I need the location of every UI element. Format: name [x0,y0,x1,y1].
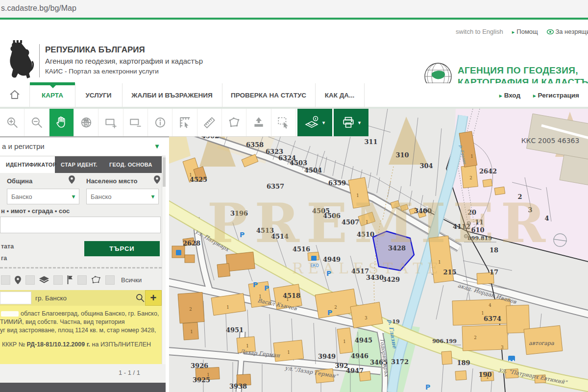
agency-subtitle: Агенция по геодезия, картография и кадас… [45,57,203,65]
map-label: 4946 [351,352,368,360]
url-text: s.cadastre.bg/bg/Map [1,4,76,13]
map-label: 189 [457,359,470,367]
upload-button[interactable] [246,109,271,136]
home-tab[interactable] [0,83,30,107]
map-label: PREMIER [207,192,552,255]
tab-uslugi[interactable]: УСЛУГИ [75,83,122,107]
zoom-out-button[interactable] [24,109,49,136]
sidebar-bottom-bar [0,383,166,392]
map-label: 3949 [318,353,336,360]
zoom-box-in-button[interactable] [98,109,123,136]
map-label: 1 [286,297,289,302]
tab-karta[interactable]: КАРТА [30,83,75,107]
republic-title: РЕПУБЛИКА БЪЛГАРИЯ [45,45,145,55]
tab-identifikator[interactable]: ИДЕНТИФИКАТОР [0,156,55,173]
result-details[interactable]: област Благоевград, община Банско, гр. Б… [0,306,162,364]
bus-station-icon [508,356,515,361]
measure-position-button[interactable] [172,109,197,136]
chevron-down-icon: ▾ [358,120,361,126]
result-id-input[interactable] [0,292,31,304]
printer-icon [342,116,355,129]
map-label: 1 [246,343,248,348]
map-label: автогара [529,340,554,346]
flag-icon [67,275,73,284]
municipality-label: Община [7,177,32,185]
identifier-input[interactable] [0,217,161,233]
map-label: 311 [364,138,377,146]
map-label: 17 [490,269,498,276]
map-label: 1 [470,154,473,159]
map-label: P [425,383,430,391]
map-canvas[interactable]: ККС 2005 4636345026358632363244503450463… [169,109,588,392]
pagination-text: 1 - 1 / 1 [119,369,140,376]
all-filter-label[interactable]: Всички [121,276,142,284]
map-label: 3926 [191,362,208,369]
map-label: 4525 [190,176,207,183]
map-label: 1 [259,294,261,299]
zoom-in-button[interactable] [0,109,24,136]
switch-to-english-link[interactable]: switch to English [456,28,503,35]
identifier-hint-label: н • имот • сграда • сос [1,207,70,215]
measure-area-button[interactable] [222,109,246,136]
accessibility-link[interactable]: За незрящи [547,28,588,35]
header-links: switch to English ▸Помощ За незрящи [456,28,588,35]
zoom-box-out-button[interactable] [123,109,148,136]
map-label: 906.199 [432,338,457,344]
pin-icon [69,175,75,184]
tab-proverka[interactable]: ПРОВЕРКА НА СТАТУС [222,83,316,107]
home-icon [9,89,21,101]
map-label: 1 [226,305,229,310]
register-link[interactable]: ▸Регистрация [533,92,579,99]
selected-result-row[interactable]: гр. Банско + [0,290,162,306]
login-link[interactable]: ▸Вход [499,92,520,99]
settlement-select[interactable]: Банско▾ [86,189,159,204]
result-filter-row: Всички [1,273,163,287]
map-label: 4504 [304,167,322,174]
help-link[interactable]: ▸Помощ [512,28,538,35]
measure-distance-button[interactable] [197,109,222,136]
layers-menu-button[interactable]: ▾ [297,109,332,136]
portal-subtitle: КАИС - Портал за електронни услуги [45,68,159,75]
print-menu-button[interactable]: ▾ [334,109,368,136]
tab-star-ident[interactable]: СТАР ИДЕНТ. [55,156,103,173]
chevron-down-icon: ▾ [151,193,154,200]
select-features-button[interactable] [271,109,296,136]
divider [0,267,162,269]
option-label-fragment: га [1,255,7,262]
filter-checkbox[interactable] [77,275,87,285]
map-label: 6357 [267,183,284,190]
map-label: 304 [419,162,433,170]
map-toolbar: ▾ ▾ [0,109,368,137]
map-label: 215 [443,269,456,276]
filter-checkbox[interactable] [1,275,10,285]
overview-globe-button[interactable] [74,109,98,136]
municipality-select[interactable]: Банско▾ [7,189,79,204]
tab-kak-da[interactable]: КАК ДА... [315,83,365,107]
map-label: 1 [207,372,209,377]
browser-address-bar[interactable]: s.cadastre.bg/bg/Map [0,0,588,18]
map-label: 2 [334,305,337,310]
map-label: 2 [189,307,192,312]
info-tool-button[interactable] [148,109,172,136]
filter-checkbox[interactable] [105,275,115,285]
filter-checkbox[interactable] [25,275,35,285]
pan-tool-button[interactable] [49,109,74,136]
filter-checkbox[interactable] [53,275,63,285]
search-icon[interactable] [135,293,145,303]
hand-icon [55,116,68,129]
map-label: 1 [287,350,290,355]
search-button[interactable]: ТЪРСИ [84,241,160,256]
polygon-icon [91,276,101,284]
map-label: 4 [489,303,491,308]
chevron-down-icon: ▾ [72,193,75,200]
map-label: 4951 [226,326,244,334]
sidebar-header[interactable]: а и регистри ▾ [0,137,166,156]
map-label: 190 [478,371,491,378]
map-label: 6359 [328,179,346,187]
layers-icon [39,276,49,284]
tab-zhalbi[interactable]: ЖАЛБИ И ВЪЗРАЖЕНИЯ [122,83,222,107]
tab-geod-osnova[interactable]: ГЕОД. ОСНОВА [103,156,158,173]
map-label: 2628 [183,240,200,247]
map-label: ККС 2005 46363 [521,137,580,145]
add-result-button[interactable]: + [145,290,162,306]
